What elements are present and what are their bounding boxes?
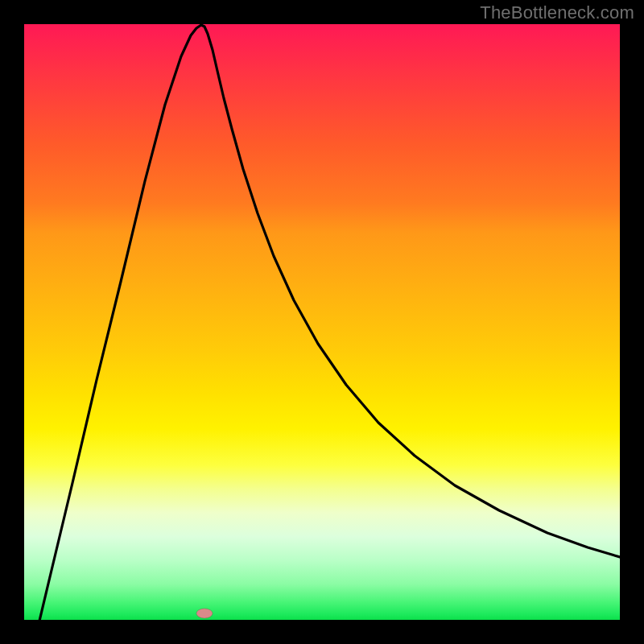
minimum-marker (196, 609, 213, 618)
attribution-label: TheBottleneck.com (480, 2, 634, 23)
bottleneck-curve (28, 25, 620, 620)
chart-frame: TheBottleneck.com (0, 0, 644, 644)
chart-svg (24, 24, 620, 620)
plot-area (24, 24, 620, 620)
